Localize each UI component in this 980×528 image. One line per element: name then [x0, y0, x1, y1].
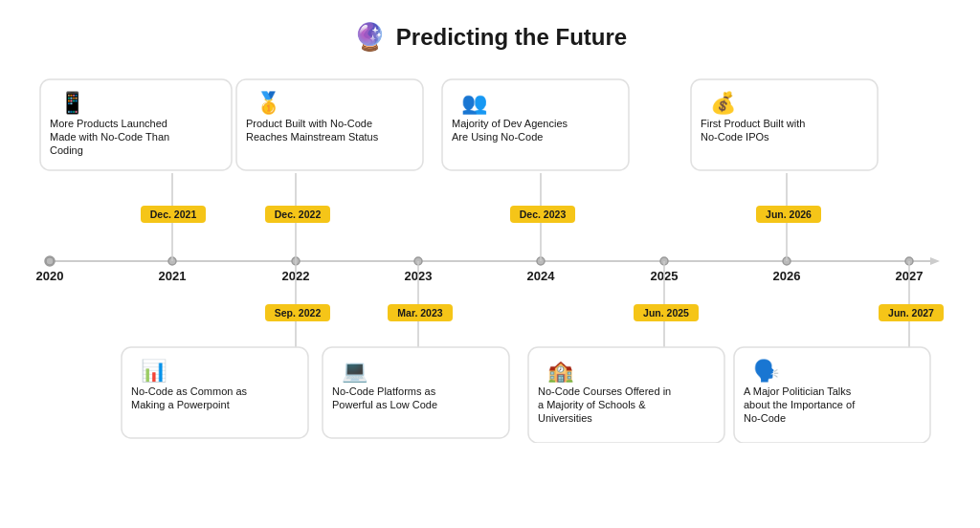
- svg-text:2021: 2021: [159, 269, 187, 283]
- svg-text:Mar. 2023: Mar. 2023: [397, 307, 442, 319]
- svg-text:2024: 2024: [527, 269, 556, 283]
- svg-text:First Product Built with: First Product Built with: [701, 118, 805, 129]
- page-wrapper: 🔮 Predicting the Future .card-rect { fil…: [0, 0, 980, 528]
- svg-text:Sep. 2022: Sep. 2022: [275, 307, 322, 319]
- svg-text:Making a Powerpoint: Making a Powerpoint: [131, 399, 230, 410]
- svg-text:Product Built with No-Code: Product Built with No-Code: [246, 118, 372, 129]
- svg-text:about the Importance of: about the Importance of: [744, 399, 856, 410]
- svg-text:💻: 💻: [342, 358, 368, 384]
- svg-text:No-Code IPOs: No-Code IPOs: [701, 131, 769, 143]
- svg-text:🗣️: 🗣️: [753, 358, 780, 384]
- svg-point-3: [46, 257, 54, 265]
- svg-marker-1: [930, 257, 940, 265]
- svg-text:Dec. 2022: Dec. 2022: [275, 209, 322, 220]
- svg-text:Reaches Mainstream Status: Reaches Mainstream Status: [246, 131, 379, 143]
- crystal-ball-icon: 🔮: [353, 21, 387, 53]
- svg-text:Universities: Universities: [538, 412, 592, 424]
- svg-text:Jun. 2025: Jun. 2025: [643, 307, 689, 319]
- svg-text:2026: 2026: [773, 269, 801, 283]
- svg-text:No-Code Courses Offered in: No-Code Courses Offered in: [538, 385, 671, 397]
- page-header: 🔮 Predicting the Future: [353, 21, 627, 53]
- svg-text:More Products Launched: More Products Launched: [50, 118, 167, 129]
- svg-text:Dec. 2021: Dec. 2021: [150, 209, 197, 220]
- svg-text:Jun. 2027: Jun. 2027: [888, 307, 934, 319]
- timeline-svg: .card-rect { fill: white; stroke: #e0e0e…: [31, 70, 949, 443]
- svg-text:Majority of Dev Agencies: Majority of Dev Agencies: [452, 118, 568, 129]
- page-title: Predicting the Future: [396, 24, 627, 51]
- svg-text:Jun. 2026: Jun. 2026: [766, 209, 812, 220]
- svg-text:2020: 2020: [36, 269, 64, 283]
- svg-text:No-Code: No-Code: [744, 412, 786, 424]
- svg-text:No-Code as Common as: No-Code as Common as: [131, 385, 248, 397]
- svg-text:No-Code Platforms as: No-Code Platforms as: [332, 385, 436, 397]
- svg-text:📊: 📊: [141, 358, 167, 384]
- svg-text:Dec. 2023: Dec. 2023: [520, 209, 567, 220]
- svg-text:🥇: 🥇: [256, 90, 282, 116]
- svg-text:📱: 📱: [59, 90, 86, 116]
- svg-text:🏫: 🏫: [547, 358, 574, 384]
- svg-text:Powerful as Low Code: Powerful as Low Code: [332, 399, 437, 410]
- svg-text:Made with No-Code Than: Made with No-Code Than: [50, 131, 169, 143]
- svg-text:a Majority of Schools &: a Majority of Schools &: [538, 399, 646, 410]
- svg-text:👥: 👥: [461, 90, 488, 116]
- svg-text:A Major Politician Talks: A Major Politician Talks: [744, 385, 852, 397]
- timeline-area: .card-rect { fill: white; stroke: #e0e0e…: [31, 70, 949, 443]
- svg-text:Are Using No-Code: Are Using No-Code: [452, 131, 543, 143]
- svg-text:Coding: Coding: [50, 144, 83, 156]
- svg-text:💰: 💰: [710, 90, 737, 116]
